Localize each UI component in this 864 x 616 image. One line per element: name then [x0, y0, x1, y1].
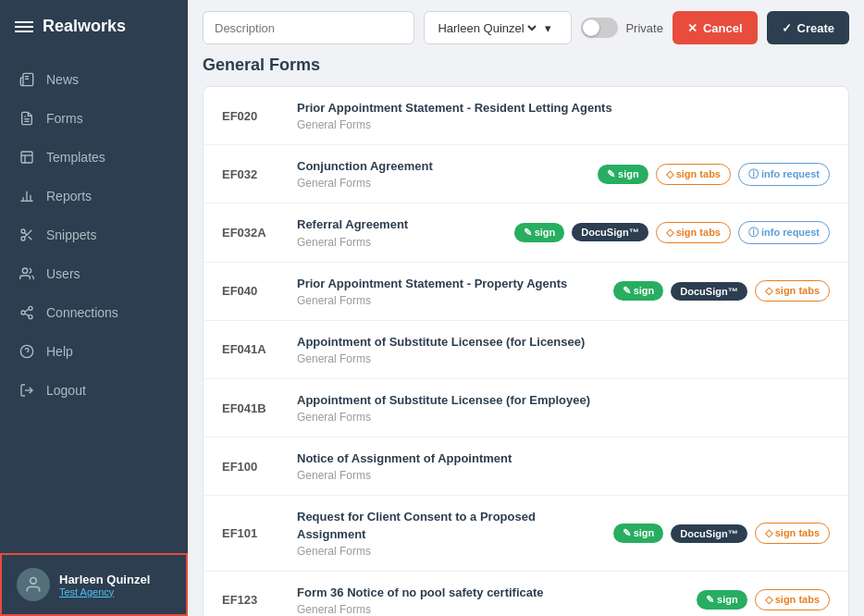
svg-rect-4 [21, 152, 32, 163]
info-request-badge[interactable]: ⓘ info request [738, 163, 830, 186]
scissors-icon [19, 227, 35, 243]
share-icon [19, 304, 35, 321]
sidebar-item-news-label: News [46, 72, 79, 87]
form-info: Request for Client Consent to a Proposed… [297, 509, 599, 557]
sidebar-item-templates[interactable]: Templates [0, 138, 188, 177]
sign-tabs-badge[interactable]: ◇ sign tabs [755, 589, 830, 610]
form-info: Appointment of Substitute Licensee (for … [297, 334, 815, 365]
sidebar-item-connections-label: Connections [46, 305, 118, 320]
private-toggle[interactable] [581, 18, 618, 38]
form-info: Form 36 Notice of no pool safety certifi… [297, 585, 682, 616]
sidebar-nav: News Forms Templates [0, 53, 188, 553]
sign-tabs-badge[interactable]: ◇ sign tabs [656, 222, 731, 243]
sidebar-item-logout[interactable]: Logout [0, 371, 188, 410]
sign-tabs-badge[interactable]: ◇ sign tabs [656, 164, 731, 185]
docusign-badge[interactable]: DocuSign™ [671, 524, 747, 543]
form-code: EF032 [222, 167, 282, 181]
file-text-icon [19, 110, 35, 127]
sign-badge[interactable]: ✎ sign [613, 281, 664, 301]
cancel-label: Cancel [703, 21, 743, 35]
sign-badge[interactable]: ✎ sign [697, 590, 747, 610]
users-icon [19, 265, 35, 282]
toolbar: Harleen Quinzel ▾ Private ✕ Cancel ✓ Cre… [188, 0, 864, 55]
svg-line-20 [25, 314, 30, 316]
layout-icon [19, 149, 35, 166]
form-name: Conjunction Agreement [297, 158, 583, 175]
sidebar-item-reports[interactable]: Reports [0, 177, 188, 216]
form-code: EF100 [222, 460, 282, 474]
svg-line-14 [29, 237, 32, 240]
sign-badge[interactable]: ✎ sign [598, 165, 648, 184]
user-select[interactable]: Harleen Quinzel [434, 20, 539, 36]
form-name: Request for Client Consent to a Proposed… [297, 509, 599, 542]
avatar [17, 568, 50, 601]
cancel-icon: ✕ [687, 21, 697, 35]
svg-point-17 [29, 306, 32, 310]
form-actions: ✎ sign ◇ sign tabs ⓘ info request [598, 163, 830, 186]
sign-tabs-badge[interactable]: ◇ sign tabs [755, 280, 830, 302]
section-title: General Forms [203, 55, 849, 75]
sign-tabs-badge[interactable]: ◇ sign tabs [755, 523, 830, 544]
bar-chart-icon [19, 188, 35, 204]
form-code: EF020 [222, 109, 282, 123]
form-name: Prior Appointment Statement - Property A… [297, 276, 599, 292]
forms-table: EF020 Prior Appointment Statement - Resi… [203, 86, 849, 616]
svg-line-15 [24, 232, 27, 235]
user-info: Harleen Quinzel Test Agency [59, 573, 150, 598]
svg-point-11 [21, 229, 25, 233]
sign-badge[interactable]: ✎ sign [613, 524, 664, 543]
sidebar-item-help[interactable]: Help [0, 332, 188, 371]
table-row: EF101 Request for Client Consent to a Pr… [204, 496, 848, 571]
app-name: Realworks [43, 17, 126, 36]
form-code: EF123 [222, 593, 282, 607]
form-info: Conjunction Agreement General Forms [297, 158, 583, 190]
help-icon [19, 343, 35, 360]
newspaper-icon [19, 71, 35, 88]
sidebar-item-reports-label: Reports [46, 189, 92, 203]
table-row: EF040 Prior Appointment Statement - Prop… [204, 263, 848, 321]
form-category: General Forms [297, 469, 815, 482]
create-label: Create [797, 21, 834, 35]
docusign-badge[interactable]: DocuSign™ [572, 223, 648, 241]
table-row: EF032 Conjunction Agreement General Form… [204, 145, 848, 203]
form-code: EF032A [222, 226, 282, 240]
create-button[interactable]: ✓ Create [767, 11, 849, 44]
table-row: EF100 Notice of Assignment of Appointmen… [204, 437, 848, 496]
sidebar-item-forms[interactable]: Forms [0, 99, 188, 138]
sign-badge[interactable]: ✎ sign [514, 223, 565, 242]
form-actions: ✎ sign ◇ sign tabs [697, 589, 830, 610]
user-profile[interactable]: Harleen Quinzel Test Agency [0, 553, 188, 616]
docusign-badge[interactable]: DocuSign™ [671, 282, 747, 301]
svg-point-25 [31, 578, 37, 585]
sidebar-item-news[interactable]: News [0, 60, 188, 99]
form-code: EF041A [222, 342, 282, 356]
form-category: General Forms [297, 236, 500, 249]
description-input[interactable] [203, 11, 414, 44]
cancel-button[interactable]: ✕ Cancel [673, 11, 758, 44]
form-name: Notice of Assignment of Appointment [297, 450, 815, 467]
form-category: General Forms [297, 294, 599, 307]
table-row: EF020 Prior Appointment Statement - Resi… [204, 87, 848, 145]
sidebar-item-help-label: Help [46, 344, 73, 359]
form-info: Referral Agreement General Forms [297, 216, 500, 248]
form-category: General Forms [297, 177, 583, 190]
sidebar-item-snippets[interactable]: Snippets [0, 216, 188, 254]
info-request-badge[interactable]: ⓘ info request [738, 221, 830, 244]
form-name: Appointment of Substitute Licensee (for … [297, 334, 815, 351]
sidebar-item-users[interactable]: Users [0, 254, 188, 293]
form-actions: ✎ sign DocuSign™ ◇ sign tabs [613, 523, 830, 544]
form-code: EF040 [222, 284, 282, 298]
content-area: General Forms EF020 Prior Appointment St… [188, 55, 864, 616]
svg-point-16 [22, 268, 27, 273]
sidebar-item-logout-label: Logout [46, 383, 86, 398]
form-actions: ✎ sign DocuSign™ ◇ sign tabs ⓘ info requ… [514, 221, 830, 244]
user-select-wrapper[interactable]: Harleen Quinzel ▾ [424, 11, 572, 44]
form-code: EF041B [222, 401, 282, 415]
main-content: Harleen Quinzel ▾ Private ✕ Cancel ✓ Cre… [188, 0, 864, 616]
sidebar-item-connections[interactable]: Connections [0, 293, 188, 332]
sidebar-item-forms-label: Forms [46, 111, 83, 126]
check-icon: ✓ [782, 21, 792, 35]
svg-point-18 [21, 311, 25, 314]
user-agency: Test Agency [59, 586, 150, 598]
form-info: Prior Appointment Statement - Resident L… [297, 100, 815, 131]
